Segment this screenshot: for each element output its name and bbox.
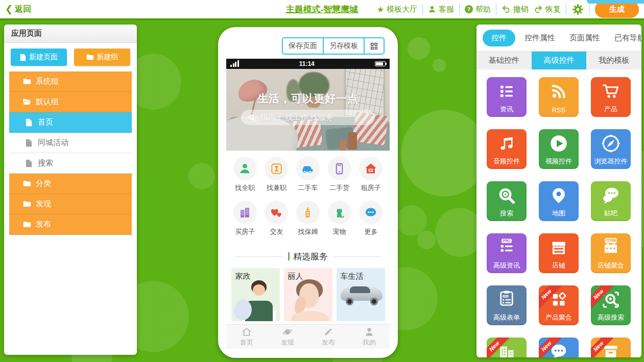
widget-rss[interactable]: RSS: [539, 77, 579, 117]
widget-new-buildings[interactable]: New: [487, 337, 527, 357]
play-circle-icon: [549, 132, 568, 155]
svg-text:★: ★: [609, 246, 613, 251]
widget-news[interactable]: 资讯: [487, 77, 527, 117]
tab-page-properties[interactable]: 页面属性: [564, 30, 605, 46]
new-group-button[interactable]: 新建组: [74, 49, 130, 66]
rss-icon: [550, 80, 567, 103]
mall-icon: MALL★★★: [602, 235, 620, 257]
quick-link-dating[interactable]: 交友: [261, 201, 293, 239]
hero-banner: 生活，可以更好一点 找房子 找工作 找服务: [226, 69, 390, 151]
qr-code-icon: [370, 42, 378, 50]
quick-link-pets[interactable]: 宠物: [324, 201, 355, 239]
quick-link-used-car[interactable]: 二手车: [292, 157, 324, 196]
star-icon: ★: [377, 5, 384, 14]
folder-icon: [22, 221, 31, 228]
tab-widgets[interactable]: 控件: [483, 30, 515, 46]
widget-advanced-news[interactable]: PRO 高级资讯: [487, 233, 527, 273]
widget-advanced-form[interactable]: PRO 高级表单: [487, 285, 527, 325]
question-icon: ?: [465, 5, 473, 13]
quick-link-buy-house[interactable]: 买房子: [229, 201, 261, 239]
new-page-button[interactable]: 新建页面: [11, 49, 67, 66]
clipboard-form-icon: PRO: [497, 287, 516, 309]
save-as-template-button[interactable]: 另存模板: [323, 38, 364, 54]
widget-browser[interactable]: 浏览器控件: [591, 129, 631, 169]
redo-arrow-icon: [534, 5, 543, 14]
widgets-panel: 控件 控件属性 页面属性 已有导航 基础控件 高级控件 我的模板 资讯 RSS …: [476, 25, 641, 357]
undo-arrow-icon: [502, 5, 511, 14]
widget-video[interactable]: 视频控件: [539, 129, 579, 169]
widget-search[interactable]: 搜索: [487, 181, 527, 221]
tab-existing-nav[interactable]: 已有导航: [609, 30, 641, 46]
tab-widget-properties[interactable]: 控件属性: [519, 30, 560, 46]
hero-slogan: 生活，可以更好一点: [226, 91, 390, 106]
divider: [566, 4, 566, 15]
top-toolbar: ❮ 返回 主题模式-智慧鹰城 ★ 模板大厅 客服 ? 帮助 撤销: [0, 0, 644, 20]
sidebar-item-categories[interactable]: 分类: [9, 174, 132, 194]
folder-icon: [86, 54, 94, 60]
subtab-my-templates[interactable]: 我的模板: [586, 52, 641, 69]
gear-icon: [571, 3, 584, 16]
widget-map[interactable]: 地图: [539, 181, 579, 221]
sidebar-item-system-group[interactable]: 系统组: [9, 71, 132, 92]
cart-icon: [602, 80, 620, 103]
quick-link-rent-house[interactable]: 租房子: [355, 157, 387, 196]
subtab-advanced-widgets[interactable]: 高级控件: [532, 52, 587, 69]
folder-icon: [22, 201, 31, 207]
pro-list-icon: PRO: [497, 235, 516, 257]
back-button[interactable]: ❮ 返回: [5, 4, 31, 15]
service-card-beauty[interactable]: 丽人: [284, 268, 332, 321]
redo-button[interactable]: 恢复: [534, 5, 561, 14]
widget-product-aggregate[interactable]: New 产品聚合: [539, 285, 579, 325]
folder-icon: [22, 78, 31, 85]
service-card-housekeeping[interactable]: 家政: [231, 268, 280, 321]
file-icon: [25, 159, 33, 167]
support-button[interactable]: 客服: [428, 5, 454, 14]
quick-link-fulltime[interactable]: 找全职: [229, 157, 261, 196]
quick-link-more[interactable]: 更多: [355, 201, 387, 239]
person-icon: [233, 157, 257, 180]
page-title: 主题模式-智慧鹰城: [286, 4, 359, 15]
clock: 11:14: [239, 60, 375, 67]
hero-search-bar[interactable]: 找房子 找工作 找服务: [241, 110, 375, 125]
widget-new-drawer[interactable]: New: [591, 337, 631, 357]
settings-gear-button[interactable]: [571, 3, 584, 16]
undo-button[interactable]: 撤销: [502, 5, 529, 14]
sidebar-item-publish[interactable]: 发布: [9, 214, 132, 235]
sidebar-item-search[interactable]: 搜索: [9, 153, 132, 174]
widget-shop[interactable]: 店铺: [539, 233, 579, 273]
person-icon: [428, 5, 436, 13]
widget-products[interactable]: 产品: [591, 77, 631, 117]
widget-advanced-search[interactable]: New 高级搜索: [591, 285, 631, 325]
widget-shop-aggregate[interactable]: MALL★★★ 店铺聚合: [591, 233, 631, 273]
quick-link-parttime[interactable]: 找兼职: [261, 157, 293, 196]
phone-screen: 11:14 生活，可以更好一点 找房子 找工作 找服务: [226, 59, 390, 349]
chat-bubbles-icon: [601, 184, 621, 207]
tab-publish[interactable]: 发布: [308, 325, 349, 349]
svg-text:★: ★: [613, 246, 616, 251]
panel-title: 应用页面: [4, 25, 137, 43]
widget-forum[interactable]: 贴吧: [591, 181, 631, 221]
quick-link-used-goods[interactable]: 二手货: [324, 157, 355, 196]
tab-mine[interactable]: 我的: [349, 325, 390, 349]
divider: [496, 4, 496, 15]
save-page-button[interactable]: 保存页面: [283, 38, 323, 54]
widget-grid: 资讯 RSS 产品 音频控件 视频控件: [476, 69, 641, 357]
quick-link-nanny[interactable]: 找保姆: [292, 201, 324, 239]
subtab-basic-widgets[interactable]: 基础控件: [476, 52, 532, 69]
sidebar-item-default-group[interactable]: 默认组: [9, 92, 132, 112]
tab-discover[interactable]: 发现: [267, 325, 308, 349]
sidebar-item-discover[interactable]: 发现: [9, 194, 132, 214]
template-hall-button[interactable]: ★ 模板大厅: [377, 5, 417, 14]
service-card-car-life[interactable]: 车生活: [337, 268, 385, 321]
tab-home[interactable]: 首页: [226, 325, 267, 349]
qr-code-button[interactable]: [364, 38, 384, 54]
battery-icon: [375, 61, 386, 66]
sidebar-item-local-events[interactable]: 同城活动: [9, 133, 132, 153]
widget-new-bubble[interactable]: New: [539, 337, 579, 357]
help-button[interactable]: ? 帮助: [465, 5, 491, 14]
sidebar-item-home[interactable]: 首页: [9, 112, 132, 133]
signal-icon: [230, 61, 239, 67]
preview-toolbar: 保存页面 另存模板: [282, 37, 385, 55]
back-chevron-icon: ❮: [5, 4, 13, 15]
widget-audio[interactable]: 音频控件: [487, 129, 527, 169]
